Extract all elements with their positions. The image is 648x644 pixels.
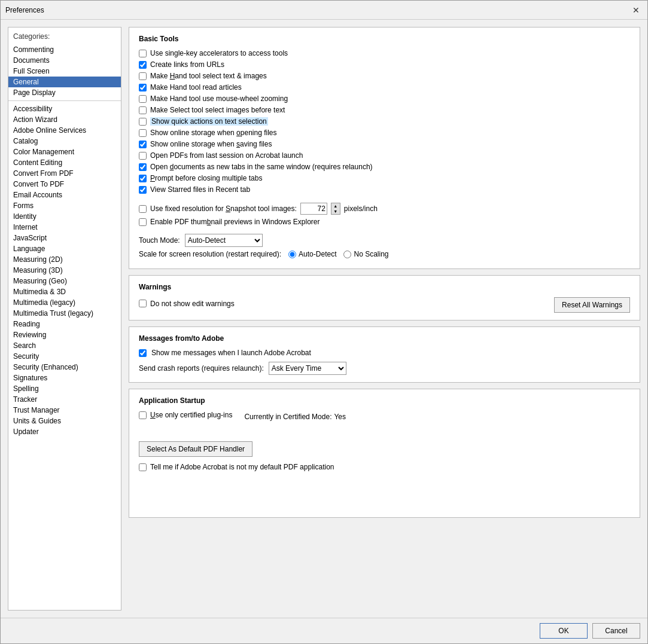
select-tool-images-row: Make Select tool select images before te… — [139, 106, 630, 114]
sidebar-item-measuring-geo[interactable]: Measuring (Geo) — [8, 276, 121, 286]
send-crash-row: Send crash reports (requires relaunch): … — [139, 362, 630, 375]
snapshot-checkbox[interactable] — [139, 205, 147, 213]
sidebar-item-page-display[interactable]: Page Display — [8, 87, 121, 98]
sidebar-item-signatures[interactable]: Signatures — [8, 373, 121, 383]
scale-row: Scale for screen resolution (restart req… — [139, 250, 630, 258]
sidebar-item-multimedia-legacy[interactable]: Multimedia (legacy) — [8, 297, 121, 308]
basic-tools-title: Basic Tools — [139, 35, 630, 43]
sidebar-item-catalog[interactable]: Catalog — [8, 136, 121, 146]
scale-radio-group: Auto-Detect No Scaling — [288, 250, 388, 258]
single-key-label: Use single-key accelerators to access to… — [150, 49, 288, 57]
touch-mode-label: Touch Mode: — [139, 236, 180, 245]
ok-button[interactable]: OK — [540, 623, 588, 639]
snapshot-up-btn[interactable]: ▲ — [331, 203, 340, 209]
sidebar-item-email-accounts[interactable]: Email Accounts — [8, 190, 121, 200]
sidebar-item-javascript[interactable]: JavaScript — [8, 233, 121, 243]
select-tool-images-label: Make Select tool select images before te… — [150, 106, 285, 114]
send-crash-label: Send crash reports (requires relaunch): — [139, 364, 264, 373]
dialog-footer: OK Cancel — [1, 618, 647, 643]
open-pdfs-last-session-checkbox[interactable] — [139, 152, 147, 160]
certified-row: Use only certified plug-ins Currently in… — [139, 411, 630, 422]
auto-detect-radio[interactable] — [288, 251, 296, 258]
hand-tool-zoom-label: Make Hand tool use mouse-wheel zooming — [150, 94, 288, 103]
view-starred-row: View Starred files in Recent tab — [139, 185, 630, 194]
no-scaling-label: No Scaling — [354, 250, 388, 258]
sidebar-item-security[interactable]: Security — [8, 351, 121, 362]
dialog-body: Categories: Commenting Documents Full Sc… — [1, 20, 647, 618]
sidebar-item-search[interactable]: Search — [8, 340, 121, 351]
sidebar-item-multimedia-trust-legacy[interactable]: Multimedia Trust (legacy) — [8, 308, 121, 319]
show-messages-checkbox[interactable] — [139, 349, 147, 357]
close-button[interactable]: ✕ — [629, 4, 643, 17]
prompt-closing-tabs-label: Prompt before closing multiple tabs — [150, 174, 262, 182]
basic-tools-section: Basic Tools Use single-key accelerators … — [129, 27, 640, 269]
single-key-checkbox[interactable] — [139, 50, 147, 57]
sidebar-item-reviewing[interactable]: Reviewing — [8, 329, 121, 340]
create-links-checkbox[interactable] — [139, 61, 147, 69]
snapshot-value-input[interactable] — [300, 203, 327, 215]
hand-tool-articles-checkbox[interactable] — [139, 84, 147, 91]
sidebar-item-updater[interactable]: Updater — [8, 426, 121, 437]
show-messages-row: Show me messages when I launch Adobe Acr… — [139, 349, 630, 357]
sidebar-item-adobe-online-services[interactable]: Adobe Online Services — [8, 125, 121, 136]
hand-tool-text-checkbox[interactable] — [139, 72, 147, 80]
single-key-row: Use single-key accelerators to access to… — [139, 49, 630, 57]
open-docs-new-tabs-label: Open documents as new tabs in the same w… — [150, 163, 373, 171]
certified-mode-value: Yes — [334, 413, 346, 421]
tell-me-checkbox[interactable] — [139, 463, 147, 471]
thumbnail-label: Enable PDF thumbnail previews in Windows… — [150, 218, 320, 226]
sidebar-item-accessibility[interactable]: Accessibility — [8, 103, 121, 114]
no-scaling-radio[interactable] — [343, 251, 351, 258]
messages-title: Messages from/to Adobe — [139, 334, 630, 343]
certified-plugins-checkbox[interactable] — [139, 411, 147, 419]
sidebar-item-trust-manager[interactable]: Trust Manager — [8, 405, 121, 416]
prompt-closing-tabs-row: Prompt before closing multiple tabs — [139, 174, 630, 182]
sidebar-item-identity[interactable]: Identity — [8, 211, 121, 222]
open-docs-new-tabs-checkbox[interactable] — [139, 163, 147, 171]
sidebar-item-multimedia-3d[interactable]: Multimedia & 3D — [8, 286, 121, 297]
select-tool-images-checkbox[interactable] — [139, 106, 147, 114]
auto-detect-radio-row: Auto-Detect — [288, 250, 336, 258]
sidebar-item-documents[interactable]: Documents — [8, 55, 121, 66]
sidebar-item-tracker[interactable]: Tracker — [8, 394, 121, 405]
hand-tool-zoom-checkbox[interactable] — [139, 95, 147, 103]
sidebar-item-content-editing[interactable]: Content Editing — [8, 157, 121, 168]
online-storage-open-checkbox[interactable] — [139, 129, 147, 137]
sidebar-divider — [8, 100, 121, 101]
sidebar-item-language[interactable]: Language — [8, 243, 121, 254]
reset-warnings-button[interactable]: Reset All Warnings — [554, 297, 630, 313]
sidebar-item-commenting[interactable]: Commenting — [8, 44, 121, 55]
view-starred-label: View Starred files in Recent tab — [150, 185, 250, 194]
thumbnail-checkbox[interactable] — [139, 218, 147, 226]
sidebar-item-spelling[interactable]: Spelling — [8, 383, 121, 394]
sidebar-item-convert-from-pdf[interactable]: Convert From PDF — [8, 168, 121, 179]
online-storage-save-checkbox[interactable] — [139, 141, 147, 148]
default-handler-button[interactable]: Select As Default PDF Handler — [139, 441, 252, 457]
no-edit-warnings-checkbox[interactable] — [139, 300, 147, 307]
quick-actions-label: Show quick actions on text selection — [150, 117, 268, 126]
sidebar-item-action-wizard[interactable]: Action Wizard — [8, 114, 121, 125]
sidebar-item-units-guides[interactable]: Units & Guides — [8, 416, 121, 426]
prompt-closing-tabs-checkbox[interactable] — [139, 175, 147, 182]
view-starred-checkbox[interactable] — [139, 186, 147, 194]
quick-actions-checkbox[interactable] — [139, 118, 147, 126]
sidebar-item-measuring-3d[interactable]: Measuring (3D) — [8, 265, 121, 276]
sidebar-item-forms[interactable]: Forms — [8, 200, 121, 211]
sidebar-item-convert-to-pdf[interactable]: Convert To PDF — [8, 179, 121, 190]
warnings-body: Do not show edit warnings Reset All Warn… — [139, 297, 630, 313]
sidebar-item-security-enhanced[interactable]: Security (Enhanced) — [8, 362, 121, 373]
cancel-button[interactable]: Cancel — [592, 623, 640, 639]
preferences-dialog: Preferences ✕ Categories: Commenting Doc… — [0, 0, 648, 644]
sidebar-item-internet[interactable]: Internet — [8, 222, 121, 233]
send-crash-select[interactable]: Ask Every Time Always Never — [269, 362, 346, 375]
no-edit-warnings-row: Do not show edit warnings — [139, 300, 235, 308]
snapshot-down-btn[interactable]: ▼ — [331, 209, 340, 214]
sidebar-item-full-screen[interactable]: Full Screen — [8, 66, 121, 77]
online-storage-save-row: Show online storage when saving files — [139, 140, 630, 148]
sidebar-item-measuring-2d[interactable]: Measuring (2D) — [8, 254, 121, 265]
touch-mode-select[interactable]: Auto-Detect Always Never — [185, 234, 263, 247]
auto-detect-label: Auto-Detect — [299, 250, 336, 258]
sidebar-item-reading[interactable]: Reading — [8, 319, 121, 329]
sidebar-item-general[interactable]: General — [8, 77, 121, 87]
sidebar-item-color-management[interactable]: Color Management — [8, 146, 121, 157]
